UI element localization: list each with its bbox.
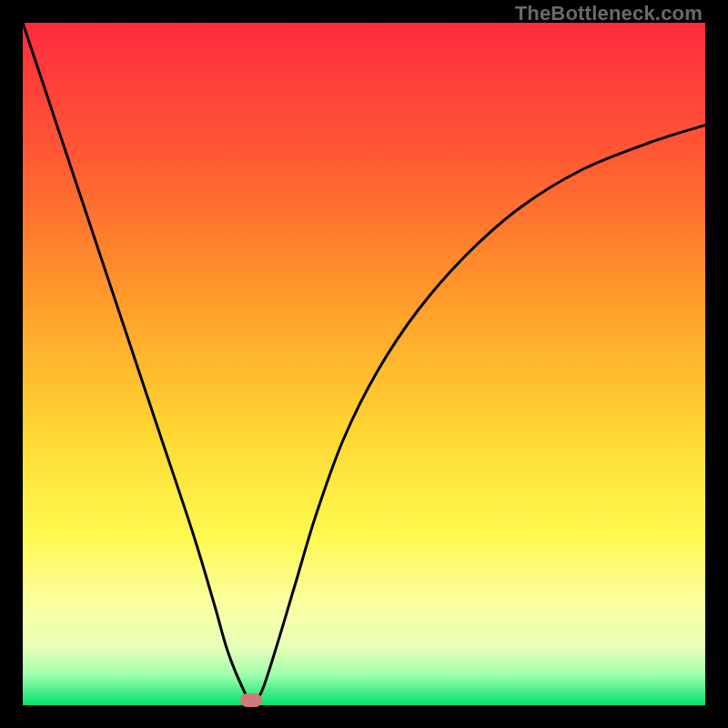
plot-frame <box>23 23 705 705</box>
watermark-text: TheBottleneck.com <box>515 2 703 25</box>
minimum-marker <box>240 693 262 707</box>
bottleneck-chart <box>23 23 705 705</box>
gradient-background <box>23 23 705 705</box>
